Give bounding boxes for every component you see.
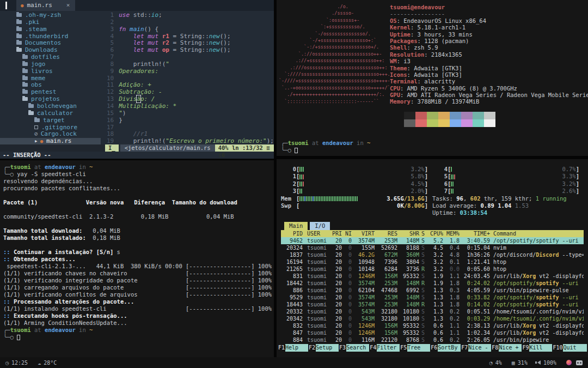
process-row-831[interactable]: 831tsuomi2001246M156M95332S1.91.124:03.4… bbox=[281, 273, 584, 280]
tree-item-label: Downloads bbox=[25, 46, 58, 53]
htop-pane[interactable]: 0[3.2%]4[0.7%]1[5.8%]5[3.3%]2[4.5%]6[3.2… bbox=[277, 159, 588, 357]
fkey-f10[interactable]: F10 bbox=[552, 344, 563, 352]
close-icon[interactable]: × bbox=[66, 2, 70, 9]
meter: Mem[3.65G/13.6G] bbox=[281, 195, 432, 202]
tree-item-livros[interactable]: livros bbox=[0, 68, 101, 75]
terminal-line: community/speedtest-cli 2.1.3-2 0,18 MiB… bbox=[3, 213, 274, 220]
pacman-terminal-pane[interactable]: ╭─tsuomi at endeavour in ~╰─○ yay -S spe… bbox=[0, 160, 274, 357]
process-row-9529[interactable]: 9529tsuomi2003574M253M148MS1.31.80:33.82… bbox=[281, 294, 584, 301]
process-row-20332[interactable]: 20332tsuomi200543M3218010180S1.30.20:05.… bbox=[281, 308, 584, 315]
fkey-f9[interactable]: F9 bbox=[522, 344, 529, 352]
column-cpu[interactable]: CPU% bbox=[427, 230, 443, 238]
column-s[interactable]: S bbox=[419, 230, 427, 238]
code-line[interactable]: 1use std::io; bbox=[101, 12, 274, 19]
process-row-884[interactable]: 884tsuomi200116M221208768S0.60.22:26.05/… bbox=[281, 336, 584, 343]
fkey-label[interactable]: Setup bbox=[316, 344, 339, 352]
column-shr[interactable]: SHR bbox=[397, 230, 419, 238]
tree-item-label: Documentos bbox=[25, 39, 61, 46]
process-row-18442[interactable]: 18442tsuomi2003574M253M148MR1.91.80:24.0… bbox=[281, 280, 584, 287]
process-row-832[interactable]: 832tsuomi2001246M156M95332S0.61.12:38.13… bbox=[281, 322, 584, 329]
process-row-847[interactable]: 847tsuomi2001246M156M95332S0.61.11:02.34… bbox=[281, 329, 584, 336]
column-user[interactable]: USER bbox=[303, 230, 329, 238]
tab-main-rs[interactable]: ●main.rs× bbox=[16, 0, 75, 11]
process-row-9462[interactable]: 9462tsuomi2003574M253M148MS5.21.83:40.59… bbox=[281, 237, 584, 244]
tree-item--oh-my-zsh[interactable]: .oh-my-zsh bbox=[0, 12, 101, 19]
fkey-f7[interactable]: F7 bbox=[461, 344, 468, 352]
column-virt[interactable]: VIRT bbox=[352, 230, 375, 238]
tree-item-label: jogo bbox=[31, 61, 46, 68]
column-mem[interactable]: MEM% bbox=[443, 230, 460, 238]
terminal-line: Tamanho total instalado: 0,18 MiB bbox=[3, 234, 274, 242]
fetch-info-line: Theme: Adwaita [GTK3] bbox=[390, 65, 588, 71]
fkey-label[interactable]: Filter bbox=[377, 344, 400, 352]
gauge-module[interactable]: ◔4% bbox=[489, 360, 502, 366]
fkey-label[interactable]: Tree bbox=[407, 344, 430, 352]
terminal-line bbox=[3, 220, 274, 227]
fkey-label[interactable]: Quit bbox=[563, 344, 586, 352]
ram-module[interactable]: ▦31% bbox=[512, 360, 528, 366]
process-row-21265[interactable]: 21265tsuomi2001014862843736R3.20.00:05.6… bbox=[281, 266, 584, 273]
fkey-label[interactable]: Search bbox=[346, 344, 369, 352]
tray-app-icon[interactable] bbox=[566, 360, 572, 365]
fetch-info-line: Shell: zsh 5.9 bbox=[390, 44, 588, 51]
process-table[interactable]: PIDUSERPRINIVIRTRESSHRSCPU%MEM%TIME+Comm… bbox=[281, 230, 584, 344]
process-row-886[interactable]: 886tsuomi20062104474686992S1.30.34:05.59… bbox=[281, 287, 584, 294]
tree-item--pki[interactable]: .pki bbox=[0, 19, 101, 26]
column-res[interactable]: RES bbox=[375, 230, 397, 238]
code-line[interactable]: 6 let mut op = String::new(); bbox=[101, 47, 274, 54]
code-line[interactable]: 14Multiplicação: * bbox=[101, 103, 274, 110]
process-table-header[interactable]: PIDUSERPRINIVIRTRESSHRSCPU%MEM%TIME+Comm… bbox=[281, 230, 584, 238]
code-line[interactable]: 16} bbox=[101, 117, 274, 124]
line-number: 16 bbox=[101, 117, 114, 124]
fkey-label[interactable]: SortBy bbox=[438, 344, 461, 352]
column-ni[interactable]: NI bbox=[342, 230, 352, 238]
fkey-f8[interactable]: F8 bbox=[491, 344, 499, 352]
column-command[interactable]: Command bbox=[490, 230, 584, 238]
terminal-line: (1/1) verificando conflitos de arquivos … bbox=[3, 291, 274, 298]
cloud-module[interactable]: ☁28°C bbox=[38, 360, 57, 366]
fkey-label[interactable]: Nice - bbox=[468, 344, 491, 352]
fkey-label[interactable]: Kill bbox=[529, 344, 552, 352]
neofetch-pane[interactable]: ./o. ./sssso- `:osssssss+- `:+ssssssssss… bbox=[277, 0, 588, 156]
fkey-f6[interactable]: F6 bbox=[430, 344, 438, 352]
code-area[interactable]: 1use std::io;23fn main() {4 let mut r1 =… bbox=[101, 11, 274, 144]
clock-module[interactable]: ◷12:25 bbox=[5, 360, 28, 366]
fkey-f2[interactable]: F2 bbox=[308, 344, 316, 352]
cloud-icon: ☁ bbox=[38, 360, 41, 366]
folder-icon bbox=[16, 41, 22, 45]
tree-item-dotfiles[interactable]: dotfiles bbox=[0, 54, 101, 61]
fkey-f4[interactable]: F4 bbox=[369, 344, 377, 352]
fkey-label[interactable]: Help bbox=[285, 344, 308, 352]
tree-item-meme[interactable]: meme bbox=[0, 75, 101, 82]
process-row-20324[interactable]: 20324tsuomi200155M526928188S4.50.40:15.0… bbox=[281, 244, 584, 251]
code-line[interactable]: 9Operadores: bbox=[101, 68, 274, 75]
tray-device-icon[interactable] bbox=[576, 360, 583, 365]
fkey-label[interactable]: Nice + bbox=[499, 344, 522, 352]
tab-main[interactable]: Main bbox=[284, 222, 308, 230]
process-row-1837[interactable]: 1837tsuomi20046.2G672M360MS3.24.81h36:26… bbox=[281, 251, 584, 258]
tree-item-label: .thunderbird bbox=[25, 33, 68, 40]
column-pid[interactable]: PID bbox=[281, 230, 303, 238]
tab-io[interactable]: I/O bbox=[310, 222, 330, 230]
statusline-position: 40% ln :13/32 ≡ :6 bbox=[215, 144, 274, 152]
shell-prompt[interactable]: ╭─tsuomi at endeavour in ~╰─○ bbox=[281, 140, 370, 154]
fkey-f5[interactable]: F5 bbox=[400, 344, 407, 352]
file-tree[interactable]: .oh-my-zsh.pki.steam.thunderbirdDocument… bbox=[0, 11, 101, 144]
editor-pane[interactable]: ●main.rs× .oh-my-zsh.pki.steam.thunderbi… bbox=[0, 0, 274, 159]
folder-icon bbox=[22, 76, 28, 80]
clock-icon: ◷ bbox=[5, 360, 9, 366]
meter: 1[5.8%] bbox=[281, 173, 432, 180]
process-row-20342[interactable]: 20342tsuomi200543M3218010180S1.30.20:03.… bbox=[281, 315, 584, 322]
fetch-info-line: Kernel: 5.18.1-arch1-1 bbox=[390, 24, 588, 31]
fkey-f1[interactable]: F1 bbox=[278, 344, 285, 352]
fkey-f3[interactable]: F3 bbox=[339, 344, 346, 352]
column-time[interactable]: TIME+ bbox=[460, 230, 490, 238]
volume-module[interactable]: 100% bbox=[537, 360, 556, 366]
folder-icon bbox=[22, 55, 28, 59]
speaker-icon bbox=[537, 360, 541, 365]
process-row-18443[interactable]: 18443tsuomi2003574M253M148MR1.31.80:14.0… bbox=[281, 301, 584, 308]
code-line[interactable]: 15") bbox=[101, 110, 274, 117]
process-row-16194[interactable]: 16194tsuomi2001094873963804S3.20.11:21.4… bbox=[281, 258, 584, 266]
column-pri[interactable]: PRI bbox=[329, 230, 342, 238]
fetch-user-host: tsuomi@endeavour bbox=[390, 4, 445, 10]
